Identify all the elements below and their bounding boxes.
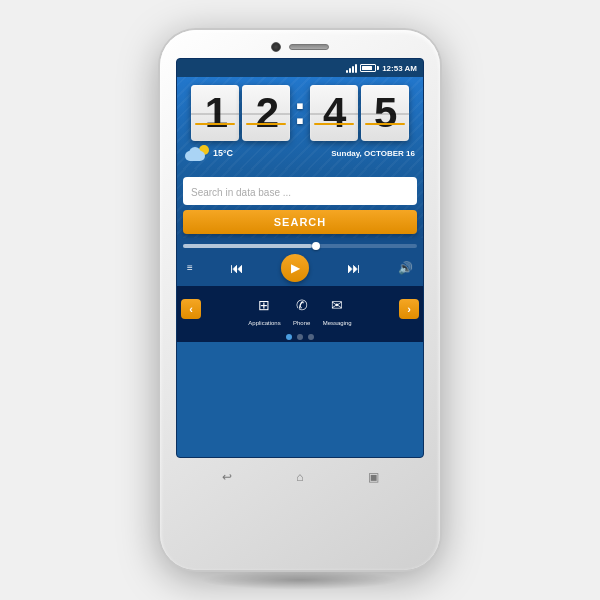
search-button[interactable]: SEARCH bbox=[183, 210, 417, 234]
dot-3[interactable] bbox=[308, 334, 314, 340]
temperature-text: 15°C bbox=[213, 148, 233, 158]
dot-2[interactable] bbox=[297, 334, 303, 340]
progress-fill bbox=[183, 244, 312, 248]
weather-row: 15°C Sunday, OCTOBER 16 bbox=[183, 141, 417, 163]
progress-thumb[interactable] bbox=[312, 242, 320, 250]
applications-label: Applications bbox=[248, 320, 280, 326]
player-controls: ≡ ⏮ ▶ ⏭ 🔊 bbox=[183, 254, 417, 282]
status-bar: 12:53 AM bbox=[177, 59, 423, 77]
weather-icon bbox=[185, 145, 209, 161]
phone-icon: ✆ bbox=[289, 292, 315, 318]
dock-apps: ⊞ Applications ✆ Phone ✉ Messaging bbox=[201, 292, 399, 326]
clock-digit-2: 2 bbox=[242, 85, 290, 141]
phone-top bbox=[170, 42, 430, 52]
battery-icon bbox=[360, 64, 376, 72]
phone-shell: 12:53 AM 1 2 : 4 5 bbox=[160, 30, 440, 570]
status-icons: 12:53 AM bbox=[346, 64, 417, 73]
menu-icon[interactable]: ≡ bbox=[187, 261, 193, 275]
clock-digits: 1 2 : 4 5 bbox=[183, 85, 417, 141]
dock-app-messaging[interactable]: ✉ Messaging bbox=[323, 292, 352, 326]
volume-icon[interactable]: 🔊 bbox=[398, 261, 413, 275]
messaging-icon: ✉ bbox=[324, 292, 350, 318]
phone-screen: 12:53 AM 1 2 : 4 5 bbox=[176, 58, 424, 458]
fast-forward-button[interactable]: ⏭ bbox=[347, 260, 361, 276]
page-dots bbox=[177, 330, 423, 342]
search-section: Search in data base ... SEARCH bbox=[177, 169, 423, 238]
date-text: Sunday, OCTOBER 16 bbox=[331, 149, 415, 158]
progress-bar[interactable] bbox=[183, 244, 417, 248]
app-dock: ‹ ⊞ Applications ✆ Phone ✉ Messaging › bbox=[177, 286, 423, 330]
dock-app-phone[interactable]: ✆ Phone bbox=[289, 292, 315, 326]
applications-icon: ⊞ bbox=[251, 292, 277, 318]
phone-label: Phone bbox=[293, 320, 310, 326]
status-time: 12:53 AM bbox=[382, 64, 417, 73]
play-button[interactable]: ▶ bbox=[281, 254, 309, 282]
music-player: ≡ ⏮ ▶ ⏭ 🔊 bbox=[177, 238, 423, 286]
recents-button[interactable]: ▣ bbox=[359, 466, 387, 488]
nav-buttons: ↩ ⌂ ▣ bbox=[170, 466, 430, 488]
phone-shadow bbox=[200, 570, 400, 590]
messaging-label: Messaging bbox=[323, 320, 352, 326]
dot-1[interactable] bbox=[286, 334, 292, 340]
clock-digit-4: 5 bbox=[361, 85, 409, 141]
dock-app-applications[interactable]: ⊞ Applications bbox=[248, 292, 280, 326]
search-input-wrap[interactable]: Search in data base ... bbox=[183, 177, 417, 205]
clock-digit-3: 4 bbox=[310, 85, 358, 141]
clock-colon: : bbox=[293, 90, 306, 136]
weather-info: 15°C bbox=[185, 145, 233, 161]
speaker-grille bbox=[289, 44, 329, 50]
signal-bars-icon bbox=[346, 64, 357, 73]
clock-digit-1: 1 bbox=[191, 85, 239, 141]
dock-left-arrow[interactable]: ‹ bbox=[181, 299, 201, 319]
rewind-button[interactable]: ⏮ bbox=[230, 260, 244, 276]
home-button[interactable]: ⌂ bbox=[286, 466, 314, 488]
clock-widget: 1 2 : 4 5 bbox=[177, 77, 423, 169]
camera-icon bbox=[271, 42, 281, 52]
back-button[interactable]: ↩ bbox=[213, 466, 241, 488]
search-input[interactable]: Search in data base ... bbox=[191, 187, 291, 198]
dock-right-arrow[interactable]: › bbox=[399, 299, 419, 319]
